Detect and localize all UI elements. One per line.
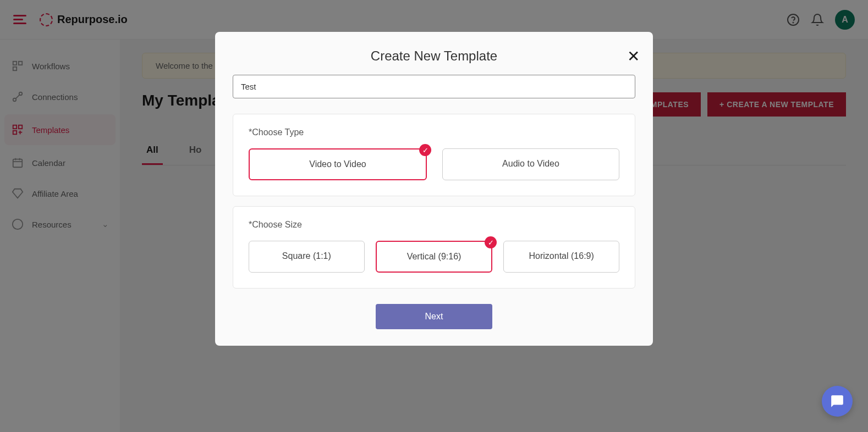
size-option-vertical[interactable]: ✓ Vertical (9:16): [376, 241, 493, 273]
option-label: Audio to Video: [502, 159, 559, 168]
choose-type-section: *Choose Type ✓ Video to Video Audio to V…: [233, 114, 635, 196]
choose-size-label: *Choose Size: [249, 220, 619, 230]
template-name-input[interactable]: [233, 75, 635, 98]
chat-bubble-icon[interactable]: [822, 386, 853, 417]
choose-size-section: *Choose Size Square (1:1) ✓ Vertical (9:…: [233, 206, 635, 289]
close-icon[interactable]: ✕: [627, 47, 640, 65]
check-icon: ✓: [419, 144, 431, 156]
create-template-modal: Create New Template ✕ *Choose Type ✓ Vid…: [215, 32, 653, 346]
size-option-horizontal[interactable]: Horizontal (16:9): [503, 241, 619, 273]
next-button[interactable]: Next: [376, 304, 493, 329]
option-label: Square (1:1): [282, 251, 331, 261]
option-label: Horizontal (16:9): [529, 251, 594, 261]
size-option-square[interactable]: Square (1:1): [249, 241, 365, 273]
type-option-video-to-video[interactable]: ✓ Video to Video: [249, 148, 427, 180]
option-label: Video to Video: [309, 159, 366, 169]
option-label: Vertical (9:16): [407, 252, 462, 261]
type-option-audio-to-video[interactable]: Audio to Video: [442, 148, 619, 180]
check-icon: ✓: [485, 236, 497, 248]
modal-title: Create New Template: [371, 48, 497, 64]
choose-type-label: *Choose Type: [249, 128, 619, 137]
